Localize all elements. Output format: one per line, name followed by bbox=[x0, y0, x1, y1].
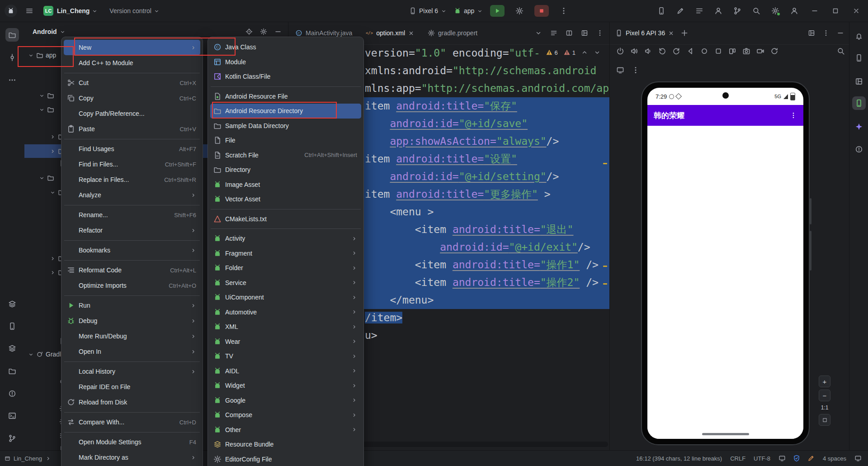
line-ending[interactable]: CRLF bbox=[730, 455, 745, 462]
tool-strip-resource-manager-icon[interactable] bbox=[5, 297, 19, 311]
indent-setting[interactable]: 4 spaces bbox=[823, 455, 846, 462]
menu-item-vector-asset[interactable]: Vector Asset bbox=[210, 192, 361, 207]
profile-icon[interactable] bbox=[790, 7, 798, 15]
menu-item-compare-with[interactable]: Compare With...Ctrl+D bbox=[64, 414, 200, 430]
breadcrumb[interactable]: Lin_Cheng bbox=[14, 455, 42, 462]
minimize-icon[interactable] bbox=[274, 28, 282, 35]
chevron-right-icon[interactable] bbox=[50, 134, 56, 140]
screenshot-icon[interactable] bbox=[742, 47, 750, 55]
menu-item-tv[interactable]: TV bbox=[210, 349, 361, 364]
back-icon[interactable] bbox=[686, 47, 694, 55]
menu-item-android-resource-directory[interactable]: Android Resource Directory bbox=[210, 104, 361, 119]
tool-strip-insights-icon[interactable] bbox=[852, 143, 866, 156]
chevron-down-icon[interactable] bbox=[39, 93, 45, 99]
device-selector[interactable]: Pixel 6 bbox=[409, 7, 447, 14]
kebab-icon[interactable] bbox=[596, 29, 604, 37]
next-problem-icon[interactable] bbox=[594, 49, 601, 56]
menu-item-fragment[interactable]: Fragment bbox=[210, 246, 361, 261]
code-with-me-icon[interactable] bbox=[714, 7, 722, 15]
editor-tab-gradle-propert[interactable]: gradle.propert bbox=[421, 22, 484, 44]
menu-item-image-asset[interactable]: Image Asset bbox=[210, 177, 361, 192]
zoom-icon[interactable] bbox=[837, 47, 845, 55]
menu-item-compose[interactable]: Compose bbox=[210, 408, 361, 423]
warnings-badge[interactable]: 6 bbox=[546, 49, 558, 56]
menu-item-widget[interactable]: Widget bbox=[210, 378, 361, 393]
menu-item-folder[interactable]: Folder bbox=[210, 261, 361, 276]
volume-down-icon[interactable] bbox=[644, 47, 652, 55]
menu-item-mark-directory-as[interactable]: Mark Directory as bbox=[64, 450, 200, 465]
minimize-icon[interactable] bbox=[811, 7, 818, 14]
overflow-menu-icon[interactable] bbox=[790, 112, 797, 119]
tool-strip-more-icon[interactable] bbox=[5, 73, 19, 87]
file-encoding[interactable]: UTF-8 bbox=[754, 455, 770, 462]
menu-item-local-history[interactable]: Local History bbox=[64, 364, 200, 379]
reader-icon[interactable] bbox=[778, 455, 786, 462]
vcs-widget[interactable]: Version control bbox=[109, 7, 160, 14]
record-icon[interactable] bbox=[756, 47, 764, 55]
menu-item-repair-ide-on-file[interactable]: Repair IDE on File bbox=[64, 379, 200, 395]
rotate-right-icon[interactable] bbox=[672, 47, 680, 55]
layout-icon[interactable] bbox=[581, 29, 588, 37]
menu-item-java-class[interactable]: CJava Class bbox=[210, 40, 361, 55]
overview-icon[interactable] bbox=[714, 47, 722, 55]
menu-item-copy-path-reference[interactable]: Copy Path/Reference... bbox=[64, 106, 200, 121]
menu-item-google[interactable]: Google bbox=[210, 393, 361, 408]
menu-item-more-run-debug[interactable]: More Run/Debug bbox=[64, 328, 200, 344]
tool-strip-device-explorer-icon[interactable] bbox=[5, 364, 19, 378]
pen-icon[interactable] bbox=[807, 455, 815, 462]
tool-strip-commit-icon[interactable] bbox=[5, 51, 19, 64]
menu-item-run[interactable]: Run bbox=[64, 298, 200, 313]
profiler-icon[interactable] bbox=[515, 7, 524, 15]
tool-strip-layout-inspector-icon[interactable] bbox=[852, 75, 866, 88]
more-actions-icon[interactable] bbox=[560, 7, 568, 15]
tool-strip-gemini-icon[interactable] bbox=[852, 120, 866, 133]
chevron-down-icon[interactable] bbox=[50, 190, 56, 195]
emulator-device[interactable]: 7:29 5G 韩的荣耀 bbox=[641, 81, 810, 445]
menu-item-wear[interactable]: Wear bbox=[210, 334, 361, 349]
menu-item-uicomponent[interactable]: UiComponent bbox=[210, 290, 361, 305]
menu-item-aidl[interactable]: AIDL bbox=[210, 364, 361, 379]
menu-item-directory[interactable]: Directory bbox=[210, 162, 361, 177]
menu-item-replace-in-files[interactable]: Replace in Files...Ctrl+Shift+R bbox=[64, 172, 200, 187]
zoom-ratio[interactable]: 1:1 bbox=[821, 404, 829, 412]
menu-item-sample-data-directory[interactable]: Sample Data Directory bbox=[210, 119, 361, 133]
menu-item-scratch-file[interactable]: Scratch FileCtrl+Alt+Shift+Insert bbox=[210, 148, 361, 163]
zoom-out-button[interactable]: − bbox=[819, 390, 830, 401]
menu-item-new[interactable]: New bbox=[64, 40, 200, 55]
zoom-in-button[interactable]: + bbox=[819, 376, 830, 387]
menu-item-add-c-to-module[interactable]: Add C++ to Module bbox=[64, 55, 200, 71]
layout-icon[interactable] bbox=[808, 29, 815, 37]
chevron-down-icon[interactable] bbox=[28, 352, 34, 357]
menu-item-reformat-code[interactable]: Reformat CodeCtrl+Alt+L bbox=[64, 262, 200, 278]
inspections-widget[interactable]: 6 1 bbox=[546, 49, 601, 56]
chevron-down-icon[interactable] bbox=[39, 107, 45, 113]
screen-reader-icon[interactable] bbox=[854, 455, 862, 462]
menu-item-debug[interactable]: Debug bbox=[64, 313, 200, 328]
close-tab-icon[interactable] bbox=[408, 30, 414, 36]
menu-item-cut[interactable]: CutCtrl+X bbox=[64, 75, 200, 90]
project-selector[interactable]: Lin_Cheng bbox=[57, 7, 98, 14]
menu-item-android-resource-file[interactable]: Android Resource File bbox=[210, 89, 361, 104]
editor-tab-option-xml[interactable]: </>option.xml bbox=[359, 22, 421, 44]
kebab-icon[interactable] bbox=[632, 66, 640, 74]
menu-item-editorconfig-file[interactable]: EditorConfig File bbox=[210, 452, 361, 466]
menu-item-xml[interactable]: XML bbox=[210, 319, 361, 334]
menu-item-rename[interactable]: Rename...Shift+F6 bbox=[64, 207, 200, 223]
zoom-fit-button[interactable] bbox=[819, 414, 830, 426]
stop-button[interactable] bbox=[534, 5, 549, 17]
pull-request-icon[interactable] bbox=[733, 7, 741, 15]
tool-strip-running-devices-icon[interactable] bbox=[852, 96, 866, 110]
rotate-left-icon[interactable] bbox=[658, 47, 666, 55]
ai-edit-icon[interactable] bbox=[676, 7, 684, 15]
tool-strip-terminal-icon[interactable] bbox=[5, 409, 19, 423]
restart-icon[interactable] bbox=[770, 47, 778, 55]
minimize-icon[interactable] bbox=[837, 29, 844, 37]
main-menu-icon[interactable] bbox=[25, 7, 33, 15]
menu-item-copy[interactable]: CopyCtrl+C bbox=[64, 90, 200, 106]
menu-item-resource-bundle[interactable]: Resource Bundle bbox=[210, 437, 361, 452]
menu-item-activity[interactable]: Activity bbox=[210, 231, 361, 246]
close-icon[interactable] bbox=[853, 7, 860, 14]
weak-warnings-badge[interactable]: 1 bbox=[563, 49, 576, 56]
chevron-right-icon[interactable] bbox=[50, 148, 56, 154]
tool-strip-device-manager-icon[interactable] bbox=[852, 51, 866, 65]
